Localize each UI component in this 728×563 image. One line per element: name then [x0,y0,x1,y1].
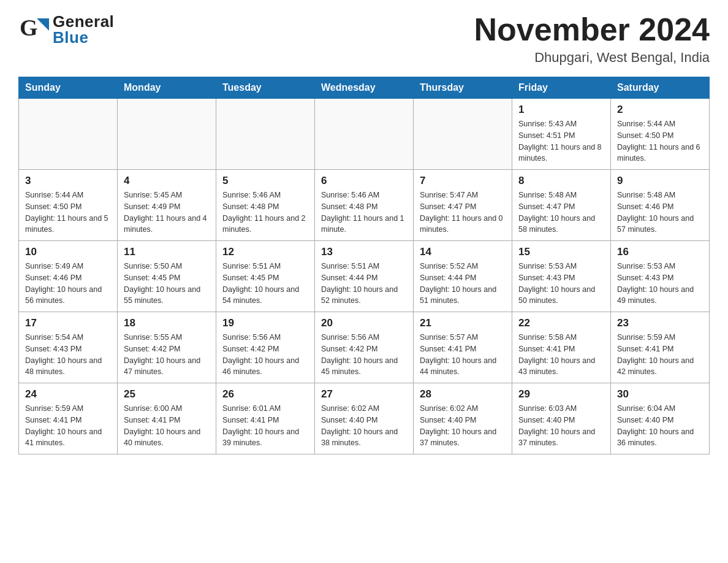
day-info: Sunrise: 5:43 AMSunset: 4:51 PMDaylight:… [518,118,604,164]
day-number: 12 [222,246,308,258]
svg-text:G: G [20,15,38,40]
day-number: 28 [420,388,506,400]
calendar-cell: 21Sunrise: 5:57 AMSunset: 4:41 PMDayligh… [414,312,512,383]
calendar-cell: 3Sunrise: 5:44 AMSunset: 4:50 PMDaylight… [19,170,118,241]
week-row-3: 10Sunrise: 5:49 AMSunset: 4:46 PMDayligh… [19,241,710,312]
day-number: 8 [518,175,604,187]
day-info: Sunrise: 5:53 AMSunset: 4:43 PMDaylight:… [617,261,703,307]
day-info: Sunrise: 5:59 AMSunset: 4:41 PMDaylight:… [25,403,111,449]
calendar-cell: 28Sunrise: 6:02 AMSunset: 4:40 PMDayligh… [414,383,512,454]
day-number: 26 [222,388,308,400]
calendar-cell: 10Sunrise: 5:49 AMSunset: 4:46 PMDayligh… [19,241,118,312]
day-info: Sunrise: 5:56 AMSunset: 4:42 PMDaylight:… [321,332,407,378]
week-row-1: 1Sunrise: 5:43 AMSunset: 4:51 PMDaylight… [19,99,710,170]
day-info: Sunrise: 5:54 AMSunset: 4:43 PMDaylight:… [25,332,111,378]
calendar-cell: 12Sunrise: 5:51 AMSunset: 4:45 PMDayligh… [216,241,315,312]
week-row-4: 17Sunrise: 5:54 AMSunset: 4:43 PMDayligh… [19,312,710,383]
title-area: November 2024 Dhupgari, West Bengal, Ind… [474,12,710,66]
calendar-cell: 9Sunrise: 5:48 AMSunset: 4:46 PMDaylight… [611,170,710,241]
day-number: 13 [321,246,407,258]
day-number: 10 [25,246,111,258]
day-info: Sunrise: 6:04 AMSunset: 4:40 PMDaylight:… [617,403,703,449]
day-header-sunday: Sunday [19,77,118,99]
day-number: 15 [518,246,604,258]
calendar-title: November 2024 [474,12,710,47]
logo-general-text: General [53,13,114,29]
day-header-monday: Monday [118,77,216,99]
day-number: 4 [124,175,210,187]
day-info: Sunrise: 5:49 AMSunset: 4:46 PMDaylight:… [25,261,111,307]
day-header-friday: Friday [512,77,611,99]
calendar-table: SundayMondayTuesdayWednesdayThursdayFrid… [18,77,710,454]
day-number: 25 [124,388,210,400]
calendar-cell [216,99,315,170]
calendar-cell: 7Sunrise: 5:47 AMSunset: 4:47 PMDaylight… [414,170,512,241]
day-header-row: SundayMondayTuesdayWednesdayThursdayFrid… [19,77,710,99]
day-number: 29 [518,388,604,400]
calendar-cell: 13Sunrise: 5:51 AMSunset: 4:44 PMDayligh… [315,241,414,312]
day-number: 30 [617,388,703,400]
calendar-cell: 26Sunrise: 6:01 AMSunset: 4:41 PMDayligh… [216,383,315,454]
day-info: Sunrise: 6:03 AMSunset: 4:40 PMDaylight:… [518,403,604,449]
calendar-cell: 18Sunrise: 5:55 AMSunset: 4:42 PMDayligh… [118,312,216,383]
calendar-cell [414,99,512,170]
day-info: Sunrise: 5:58 AMSunset: 4:41 PMDaylight:… [518,332,604,378]
calendar-cell: 8Sunrise: 5:48 AMSunset: 4:47 PMDaylight… [512,170,611,241]
calendar-cell: 4Sunrise: 5:45 AMSunset: 4:49 PMDaylight… [118,170,216,241]
day-info: Sunrise: 5:48 AMSunset: 4:47 PMDaylight:… [518,190,604,236]
calendar-cell: 30Sunrise: 6:04 AMSunset: 4:40 PMDayligh… [611,383,710,454]
day-number: 17 [25,317,111,329]
day-number: 6 [321,175,407,187]
week-row-2: 3Sunrise: 5:44 AMSunset: 4:50 PMDaylight… [19,170,710,241]
day-info: Sunrise: 5:59 AMSunset: 4:41 PMDaylight:… [617,332,703,378]
day-info: Sunrise: 5:47 AMSunset: 4:47 PMDaylight:… [420,190,506,236]
day-info: Sunrise: 5:57 AMSunset: 4:41 PMDaylight:… [420,332,506,378]
day-number: 23 [617,317,703,329]
day-info: Sunrise: 5:44 AMSunset: 4:50 PMDaylight:… [25,190,111,236]
day-number: 5 [222,175,308,187]
day-number: 7 [420,175,506,187]
calendar-cell: 2Sunrise: 5:44 AMSunset: 4:50 PMDaylight… [611,99,710,170]
calendar-cell: 1Sunrise: 5:43 AMSunset: 4:51 PMDaylight… [512,99,611,170]
day-number: 18 [124,317,210,329]
calendar-cell: 27Sunrise: 6:02 AMSunset: 4:40 PMDayligh… [315,383,414,454]
svg-marker-1 [37,18,49,31]
day-info: Sunrise: 5:48 AMSunset: 4:46 PMDaylight:… [617,190,703,236]
calendar-cell [19,99,118,170]
day-number: 1 [518,104,604,116]
day-number: 20 [321,317,407,329]
calendar-cell: 23Sunrise: 5:59 AMSunset: 4:41 PMDayligh… [611,312,710,383]
calendar-cell: 16Sunrise: 5:53 AMSunset: 4:43 PMDayligh… [611,241,710,312]
day-number: 24 [25,388,111,400]
day-info: Sunrise: 5:50 AMSunset: 4:45 PMDaylight:… [124,261,210,307]
day-header-saturday: Saturday [611,77,710,99]
calendar-cell: 22Sunrise: 5:58 AMSunset: 4:41 PMDayligh… [512,312,611,383]
day-info: Sunrise: 5:53 AMSunset: 4:43 PMDaylight:… [518,261,604,307]
day-number: 14 [420,246,506,258]
day-number: 22 [518,317,604,329]
day-info: Sunrise: 5:56 AMSunset: 4:42 PMDaylight:… [222,332,308,378]
calendar-cell [118,99,216,170]
calendar-cell [315,99,414,170]
logo-blue-text: Blue [53,29,114,45]
day-header-wednesday: Wednesday [315,77,414,99]
day-info: Sunrise: 5:52 AMSunset: 4:44 PMDaylight:… [420,261,506,307]
day-info: Sunrise: 5:46 AMSunset: 4:48 PMDaylight:… [321,190,407,236]
day-number: 2 [617,104,703,116]
logo-brand: General Blue [53,13,114,45]
day-info: Sunrise: 5:45 AMSunset: 4:49 PMDaylight:… [124,190,210,236]
calendar-cell: 19Sunrise: 5:56 AMSunset: 4:42 PMDayligh… [216,312,315,383]
day-info: Sunrise: 5:51 AMSunset: 4:44 PMDaylight:… [321,261,407,307]
day-info: Sunrise: 5:44 AMSunset: 4:50 PMDaylight:… [617,118,703,164]
logo-icon: G [18,12,50,47]
day-info: Sunrise: 5:46 AMSunset: 4:48 PMDaylight:… [222,190,308,236]
day-number: 9 [617,175,703,187]
day-info: Sunrise: 5:55 AMSunset: 4:42 PMDaylight:… [124,332,210,378]
day-info: Sunrise: 6:02 AMSunset: 4:40 PMDaylight:… [420,403,506,449]
calendar-cell: 6Sunrise: 5:46 AMSunset: 4:48 PMDaylight… [315,170,414,241]
logo: G General Blue [18,12,114,47]
day-header-tuesday: Tuesday [216,77,315,99]
calendar-cell: 24Sunrise: 5:59 AMSunset: 4:41 PMDayligh… [19,383,118,454]
calendar-cell: 20Sunrise: 5:56 AMSunset: 4:42 PMDayligh… [315,312,414,383]
calendar-cell: 25Sunrise: 6:00 AMSunset: 4:41 PMDayligh… [118,383,216,454]
